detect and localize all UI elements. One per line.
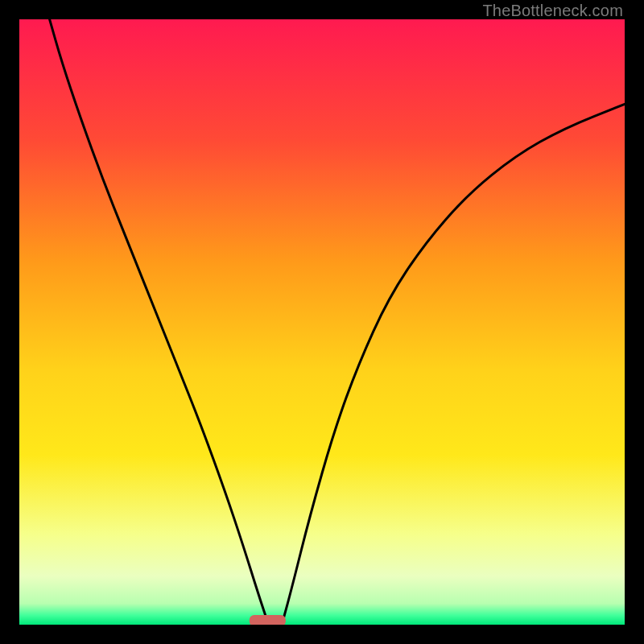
optimum-marker: [250, 615, 286, 625]
gradient-background: [19, 19, 625, 625]
watermark-text: TheBottleneck.com: [482, 2, 623, 20]
chart-frame: [19, 19, 625, 625]
chart-plot: [19, 19, 625, 625]
